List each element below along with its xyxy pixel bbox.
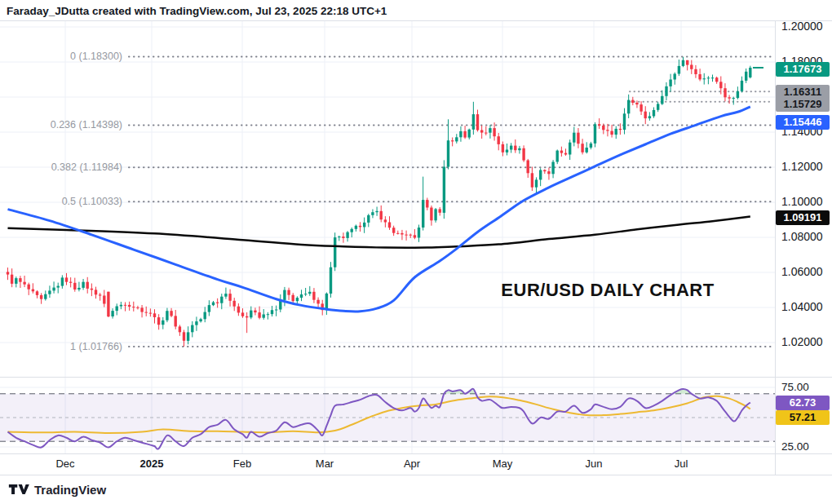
tradingview-logo-icon [8, 482, 29, 497]
tradingview-brand-link[interactable]: TradingView [8, 482, 106, 497]
grid-lines [0, 21, 775, 454]
time-axis-label: Feb [219, 458, 265, 470]
credit-text: Faraday_JDutta created with TradingView.… [7, 5, 387, 17]
price-chart-canvas[interactable] [0, 0, 832, 504]
rsi-value-badge: 62.73 [776, 396, 830, 410]
fib-level-label-0: 0 (1.18300) [0, 51, 122, 62]
price-axis-label: 1.08000 [781, 230, 823, 243]
time-axis-label: Dec [42, 458, 88, 470]
sma-200-line[interactable] [8, 216, 750, 247]
price-axis-label: 1.10000 [781, 195, 823, 208]
tradingview-brand-text: TradingView [34, 483, 106, 497]
price-axis-label: 1.20000 [781, 20, 823, 33]
time-axis-label: Jul [658, 458, 704, 470]
resistance-2-badge: 1.15729 [776, 97, 830, 112]
fib-retracement-lines[interactable] [129, 57, 773, 347]
rsi-ma-value-badge: 57.21 [776, 410, 830, 425]
price-axis-label: 1.06000 [781, 265, 823, 278]
price-axis-label: 1.04000 [781, 300, 823, 313]
sma50-price-badge: 1.15446 [776, 115, 830, 130]
time-axis-label: Mar [302, 458, 347, 470]
fib-level-label-50: 0.5 (1.10033) [0, 196, 122, 207]
time-axis-label: 2025 [129, 458, 175, 470]
fib-level-label-382: 0.382 (1.11984) [0, 161, 122, 173]
price-axis-label: 1.02000 [781, 335, 823, 348]
time-axis-label: Jun [571, 458, 617, 470]
rsi-band [0, 394, 775, 441]
time-axis-label: Apr [389, 458, 435, 470]
rsi-axis-label-75: 75.00 [781, 381, 809, 393]
time-axis-label: May [480, 458, 525, 470]
fib-level-label-100: 1 (1.01766) [0, 341, 122, 352]
price-axis-label: 1.12000 [781, 160, 823, 173]
symbol-watermark: EUR/USD DAILY CHART [469, 280, 746, 301]
sma200-price-badge: 1.09191 [776, 210, 830, 225]
tradingview-chart-export: Faraday_JDutta created with TradingView.… [0, 0, 832, 504]
last-price-badge: 1.17673 [776, 62, 830, 77]
rsi-axis-label-25: 25.00 [781, 440, 809, 453]
fib-level-label-236: 0.236 (1.14398) [0, 119, 122, 130]
